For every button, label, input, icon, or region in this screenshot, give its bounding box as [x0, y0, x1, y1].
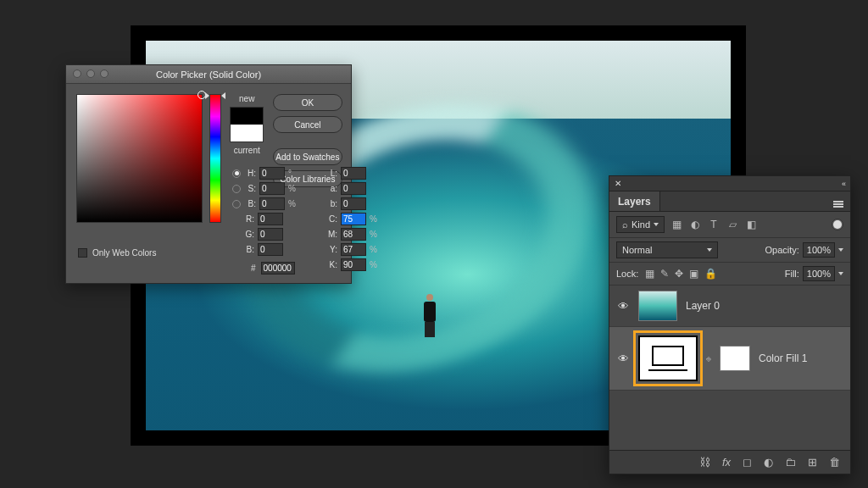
- group-icon[interactable]: 🗀: [785, 456, 796, 469]
- filter-smart-icon[interactable]: ◧: [744, 218, 758, 231]
- new-color[interactable]: [231, 108, 263, 125]
- blend-mode-value: Normal: [622, 245, 652, 255]
- filter-shape-icon[interactable]: ▱: [726, 218, 739, 231]
- color-picker-dialog: Color Picker (Solid Color) new current O…: [65, 64, 352, 284]
- panel-close-icon[interactable]: ✕: [615, 179, 621, 188]
- lock-label: Lock:: [616, 269, 638, 279]
- filter-toggle[interactable]: [832, 219, 843, 230]
- fill-field[interactable]: 100%: [803, 266, 835, 281]
- y-field[interactable]: [341, 243, 366, 256]
- add-mask-icon[interactable]: ◻: [743, 456, 752, 469]
- kind-label: Kind: [632, 219, 650, 230]
- filter-image-icon[interactable]: ▦: [670, 218, 683, 231]
- visibility-toggle-icon[interactable]: 👁: [616, 352, 630, 365]
- filter-kind-dropdown[interactable]: ⌕ Kind: [616, 216, 665, 233]
- blend-mode-dropdown[interactable]: Normal: [616, 241, 718, 258]
- fx-icon[interactable]: fx: [722, 456, 731, 469]
- h-field[interactable]: [259, 167, 285, 180]
- g-field[interactable]: [258, 228, 283, 241]
- new-layer-icon[interactable]: ⊞: [808, 456, 817, 469]
- saturation-brightness-field[interactable]: [76, 94, 203, 223]
- lock-position-icon[interactable]: ✥: [675, 268, 683, 280]
- surfer-figure: [420, 294, 439, 340]
- radio-b[interactable]: [232, 200, 241, 208]
- radio-h[interactable]: [232, 169, 241, 178]
- chevron-down-icon[interactable]: [838, 248, 843, 252]
- pct-unit: %: [288, 184, 297, 193]
- layers-panel: ✕ ‹‹ Layers ⌕ Kind ▦ ◐ T ▱ ◧ Normal Opac…: [609, 175, 851, 474]
- opacity-label: Opacity:: [765, 245, 799, 255]
- hash-label: #: [251, 263, 256, 273]
- chevron-down-icon: [654, 223, 659, 226]
- hue-pointer-right: [221, 92, 225, 99]
- hex-field[interactable]: [261, 262, 295, 274]
- search-icon: ⌕: [622, 219, 628, 230]
- lock-brush-icon[interactable]: ✎: [660, 268, 669, 280]
- hue-pointer-left: [205, 92, 209, 99]
- layers-footer: ⛓ fx ◻ ◐ 🗀 ⊞ 🗑: [609, 450, 850, 474]
- pct-m: %: [370, 230, 378, 239]
- layer-list[interactable]: 👁 Layer 0 👁 ⎆ Color Fill 1: [609, 286, 850, 391]
- fill-label: Fill:: [785, 269, 799, 279]
- filter-type-icon[interactable]: T: [707, 218, 721, 231]
- ok-button[interactable]: OK: [273, 94, 342, 111]
- layer-row[interactable]: 👁 Layer 0: [609, 286, 850, 327]
- lock-artboard-icon[interactable]: ▣: [689, 268, 698, 280]
- new-color-label: new: [239, 94, 254, 103]
- chevron-down-icon: [707, 248, 712, 252]
- fill-layer-thumbnail[interactable]: [638, 336, 698, 381]
- layer-name[interactable]: Layer 0: [686, 300, 720, 312]
- blue-field[interactable]: [258, 243, 283, 256]
- layer-mask-thumbnail[interactable]: [720, 346, 750, 371]
- layer-name[interactable]: Color Fill 1: [759, 352, 807, 364]
- add-to-swatches-button[interactable]: Add to Swatches: [273, 148, 342, 165]
- panel-collapse-icon[interactable]: ‹‹: [842, 180, 845, 188]
- traffic-close[interactable]: [73, 69, 81, 78]
- pct-y: %: [370, 245, 378, 254]
- c-field[interactable]: [341, 213, 366, 225]
- dialog-title: Color Picker (Solid Color): [156, 69, 261, 80]
- dialog-titlebar[interactable]: Color Picker (Solid Color): [66, 65, 351, 84]
- m-field[interactable]: [341, 228, 366, 241]
- traffic-min[interactable]: [86, 69, 95, 78]
- visibility-toggle-icon[interactable]: 👁: [616, 300, 630, 313]
- r-field[interactable]: [258, 213, 283, 225]
- layers-tab[interactable]: Layers: [609, 191, 660, 211]
- cancel-button[interactable]: Cancel: [273, 116, 342, 133]
- only-web-colors-label: Only Web Colors: [92, 248, 156, 258]
- pct-c: %: [370, 214, 378, 224]
- deg-unit: °: [288, 169, 297, 178]
- layer-row[interactable]: 👁 ⎆ Color Fill 1: [609, 327, 850, 391]
- l-field[interactable]: [341, 167, 366, 180]
- panel-menu-icon[interactable]: [826, 197, 850, 207]
- s-field[interactable]: [259, 182, 285, 195]
- window-controls[interactable]: [73, 69, 108, 78]
- lock-pixels-icon[interactable]: ▦: [645, 268, 654, 280]
- hue-slider[interactable]: [209, 94, 221, 223]
- traffic-max[interactable]: [100, 69, 108, 78]
- lock-all-icon[interactable]: 🔒: [704, 268, 717, 280]
- delete-layer-icon[interactable]: 🗑: [829, 456, 840, 469]
- current-color[interactable]: [231, 125, 263, 141]
- pct-k: %: [370, 260, 378, 269]
- current-color-label: current: [234, 146, 260, 155]
- link-layers-icon[interactable]: ⛓: [699, 456, 710, 469]
- pct-unit-2: %: [288, 199, 297, 208]
- layer-thumbnail[interactable]: [638, 291, 677, 321]
- opacity-field[interactable]: 100%: [803, 242, 835, 258]
- only-web-colors-checkbox[interactable]: [78, 248, 87, 258]
- chevron-down-icon[interactable]: [838, 272, 843, 275]
- link-icon: ⎆: [706, 354, 711, 363]
- radio-s[interactable]: [232, 185, 241, 193]
- color-swatch[interactable]: [230, 107, 264, 142]
- filter-adjustment-icon[interactable]: ◐: [688, 218, 702, 231]
- adjustment-layer-icon[interactable]: ◐: [764, 456, 773, 469]
- brightness-field[interactable]: [259, 197, 285, 210]
- k-field[interactable]: [341, 258, 366, 271]
- a-field[interactable]: [341, 182, 366, 195]
- lab-b-field[interactable]: [341, 197, 366, 210]
